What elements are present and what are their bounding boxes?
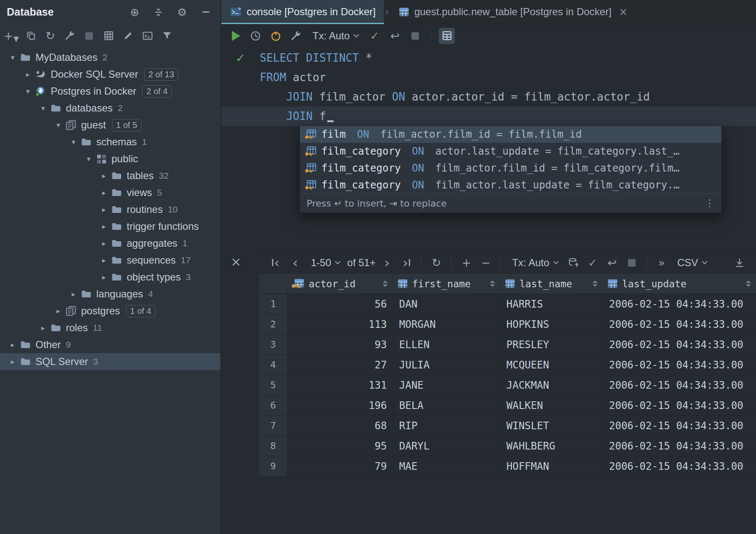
export-format-dropdown[interactable]: CSV <box>673 257 711 269</box>
expand-arrow-icon[interactable]: ▸ <box>8 341 18 349</box>
cell-last_update[interactable]: 2006-02-15 04:34:33.00 <box>603 375 756 395</box>
column-header-last_name[interactable]: last_name <box>500 274 603 294</box>
expand-arrow-icon[interactable]: ▸ <box>99 205 109 214</box>
sort-toggle[interactable] <box>593 281 598 287</box>
cell-first_name[interactable]: JANE <box>393 375 500 395</box>
cell-actor_id[interactable]: 27 <box>287 355 393 375</box>
expand-arrow-icon[interactable]: ▸ <box>99 273 109 281</box>
cell-actor_id[interactable]: 95 <box>287 436 393 456</box>
tree-item-sql-server[interactable]: ▸SQL Server3 <box>0 353 220 370</box>
tree-item-mydatabases[interactable]: ▾MyDatabases2 <box>0 49 220 66</box>
tree-item-public[interactable]: ▾public <box>0 150 220 167</box>
cell-last_update[interactable]: 2006-02-15 04:34:33.00 <box>603 294 756 314</box>
export-data-button[interactable] <box>732 255 748 271</box>
tree-item-docker-sql-server[interactable]: ▸Docker SQL Server2 of 13 <box>0 66 220 83</box>
next-page-button[interactable]: › <box>379 255 395 271</box>
filter-button[interactable] <box>159 28 175 44</box>
cell-actor_id[interactable]: 196 <box>287 395 393 415</box>
tree-item-postgres-in-docker[interactable]: ▾Postgres in Docker2 of 4 <box>0 83 220 100</box>
expand-arrow-icon[interactable]: ▸ <box>53 307 63 315</box>
sql-editor[interactable]: ✓SELECT DISTINCT *FROM actor JOIN film_a… <box>221 47 756 126</box>
expand-arrow-icon[interactable]: ▾ <box>53 121 63 129</box>
tree-item-postgres[interactable]: ▸postgres1 of 4 <box>0 302 220 319</box>
tree-item-languages[interactable]: ▸languages4 <box>0 286 220 302</box>
close-tab-icon[interactable]: × <box>619 6 628 18</box>
cell-first_name[interactable]: RIP <box>393 416 500 436</box>
cell-first_name[interactable]: DARYL <box>393 436 500 456</box>
row-number[interactable]: 3 <box>259 335 287 354</box>
expand-arrow-icon[interactable]: ▸ <box>23 70 33 79</box>
row-number[interactable]: 2 <box>259 314 287 334</box>
tx-mode-dropdown[interactable]: Tx: Auto <box>308 30 362 42</box>
row-number[interactable]: 6 <box>259 395 287 415</box>
rollback-button[interactable]: ↩ <box>604 255 620 271</box>
cell-last_name[interactable]: WINSLET <box>500 416 603 436</box>
tab-new-table[interactable]: guest.public.new_table [Postgres in Dock… <box>390 0 636 24</box>
cell-last_name[interactable]: MCQUEEN <box>500 355 603 375</box>
cell-first_name[interactable]: JULIA <box>393 355 500 375</box>
panel-settings-button[interactable]: ⚙ <box>174 4 190 20</box>
expand-arrow-icon[interactable]: ▸ <box>8 357 18 366</box>
cell-first_name[interactable]: DAN <box>393 294 500 314</box>
column-header-first_name[interactable]: first_name <box>393 274 500 294</box>
cell-last_name[interactable]: HOPKINS <box>500 314 603 334</box>
completion-item[interactable]: film_category ON actor.last_update = fil… <box>300 143 721 160</box>
cell-actor_id[interactable]: 68 <box>287 416 393 436</box>
tree-item-trigger-functions[interactable]: ▸trigger functions <box>0 218 220 235</box>
execute-button[interactable] <box>227 28 243 44</box>
tree-item-views[interactable]: ▸views5 <box>0 184 220 201</box>
cell-actor_id[interactable]: 79 <box>287 456 393 476</box>
duplicate-button[interactable] <box>23 28 39 44</box>
datasource-properties-button[interactable] <box>62 28 78 44</box>
expand-arrow-icon[interactable]: ▾ <box>84 155 94 163</box>
more-options-icon[interactable]: ⋮ <box>704 197 715 209</box>
submit-to-database-button[interactable] <box>566 255 582 271</box>
tree-item-object-types[interactable]: ▸object types3 <box>0 269 220 286</box>
locate-object-button[interactable]: ⊕ <box>127 4 143 20</box>
cell-last_update[interactable]: 2006-02-15 04:34:33.00 <box>603 335 756 354</box>
inline-results-toggle[interactable] <box>439 28 455 44</box>
expand-arrow-icon[interactable]: ▸ <box>99 188 109 197</box>
cell-last_update[interactable]: 2006-02-15 04:34:33.00 <box>603 395 756 415</box>
column-header-actor_id[interactable]: actor_id <box>287 274 393 294</box>
expand-arrow-icon[interactable]: ▸ <box>99 239 109 248</box>
expand-arrow-icon[interactable]: ▸ <box>99 222 109 231</box>
completion-item[interactable]: film_category ON film_actor.film_id = fi… <box>300 160 721 177</box>
tree-item-roles[interactable]: ▸roles11 <box>0 319 220 336</box>
expand-arrow-icon[interactable]: ▸ <box>68 290 79 298</box>
sort-toggle[interactable] <box>746 281 752 287</box>
row-number[interactable]: 4 <box>259 355 287 375</box>
rollback-button[interactable]: ↩ <box>387 28 403 44</box>
cell-last_name[interactable]: WAHLBERG <box>500 436 603 456</box>
stop-button[interactable] <box>81 28 97 44</box>
hide-panel-button[interactable] <box>198 4 214 20</box>
stop-button[interactable] <box>624 255 640 271</box>
tree-item-other[interactable]: ▸Other9 <box>0 336 220 353</box>
cell-last_update[interactable]: 2006-02-15 04:34:33.00 <box>603 416 756 436</box>
commit-button[interactable]: ✓ <box>585 255 601 271</box>
tree-item-sequences[interactable]: ▸sequences17 <box>0 252 220 269</box>
row-number[interactable]: 7 <box>259 416 287 436</box>
row-number[interactable]: 1 <box>259 294 287 314</box>
console-settings-button[interactable] <box>288 28 304 44</box>
tree-item-schemas[interactable]: ▾schemas1 <box>0 134 220 150</box>
cell-last_name[interactable]: HOFFMAN <box>500 456 603 476</box>
tree-item-aggregates[interactable]: ▸aggregates1 <box>0 235 220 252</box>
editor-line[interactable]: JOIN film_actor ON actor.actor_id = film… <box>221 87 756 106</box>
add-row-button[interactable]: + <box>458 255 474 271</box>
results-tx-dropdown[interactable]: Tx: Auto <box>508 257 562 269</box>
tree-item-databases[interactable]: ▾databases2 <box>0 100 220 117</box>
cell-first_name[interactable]: ELLEN <box>393 335 500 354</box>
cell-last_name[interactable]: WALKEN <box>500 395 603 415</box>
row-number[interactable]: 8 <box>259 436 287 456</box>
expand-arrow-icon[interactable]: ▾ <box>8 53 18 62</box>
cell-actor_id[interactable]: 93 <box>287 335 393 354</box>
close-results-button[interactable]: × <box>231 254 241 269</box>
hidden-toolbar-actions-button[interactable]: » <box>654 255 670 271</box>
expand-arrow-icon[interactable]: ▸ <box>99 172 109 180</box>
tree-item-tables[interactable]: ▸tables32 <box>0 167 220 184</box>
tree-item-routines[interactable]: ▸routines10 <box>0 201 220 218</box>
query-console-button[interactable] <box>139 28 155 44</box>
cell-first_name[interactable]: MAE <box>393 456 500 476</box>
sort-toggle[interactable] <box>490 281 496 287</box>
